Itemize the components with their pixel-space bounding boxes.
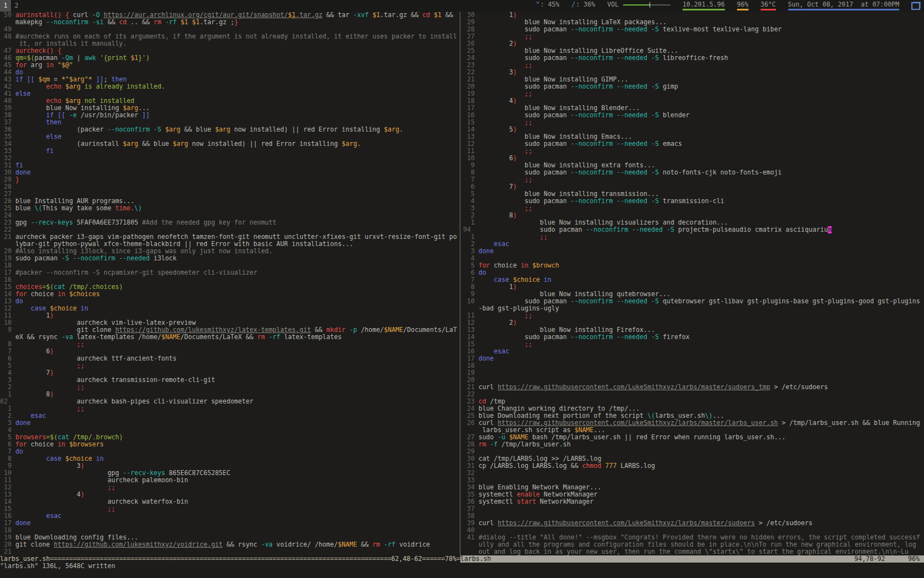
volume-slider[interactable] [623, 4, 670, 6]
code-line[interactable]: 41else [0, 90, 460, 97]
code-line[interactable]: 12 sudo pacman --noconfirm --needed -S e… [463, 140, 924, 148]
code-line[interactable]: 21curl https://raw.githubusercontent.com… [463, 384, 924, 391]
code-line[interactable]: 15 ;; [463, 341, 924, 348]
code-line[interactable]: 30 1) [463, 12, 924, 19]
code-line[interactable]: 40 echo $arg not installed [0, 97, 460, 105]
code-line[interactable]: 16 [0, 276, 460, 283]
code-line[interactable]: 36 (packer --noconfirm -S $arg && blue $… [0, 126, 460, 133]
code-line[interactable]: 21aurcheck packer i3-gaps vim-pathogen n… [0, 233, 460, 241]
code-line[interactable]: 25blue Downloading next portion of the s… [463, 412, 924, 419]
code-line[interactable]: 35systemctl enable NetworkManager [463, 491, 924, 498]
code-line[interactable]: 9 3) [0, 462, 460, 470]
code-line[interactable]: 40 [463, 527, 924, 534]
code-line[interactable]: 22 3) [463, 69, 924, 76]
code-line[interactable]: 18 [463, 362, 924, 369]
code-line[interactable]: 33 fi [0, 148, 460, 155]
code-line[interactable]: 20 [463, 377, 924, 384]
code-line[interactable]: 1 blue Now installing visualizers and de… [463, 219, 924, 226]
code-line[interactable]: 24 [0, 212, 460, 219]
code-line[interactable]: 26blue Installing AUR programs... [0, 198, 460, 205]
code-line[interactable]: 19 ;; [463, 90, 924, 97]
code-line[interactable]: 28 [0, 183, 460, 190]
code-line[interactable]: 23 ;; [463, 62, 924, 69]
code-line[interactable]: 46qm=$(pacman -Qm | awk '{print $1}') [0, 54, 460, 62]
code-line[interactable]: larbs_user.sh script as $NAME... [463, 427, 924, 434]
code-line[interactable]: 4 sudo pacman --noconfirm --needed -S tr… [463, 198, 924, 205]
code-line[interactable]: 10 gpg --recv-keys 865E6C87C65285EC [0, 470, 460, 477]
code-line[interactable]: 7 6) [0, 348, 460, 355]
code-line[interactable]: 30done [0, 169, 460, 176]
code-line[interactable]: 42 echo $arg is already installed. [0, 83, 460, 90]
code-line[interactable]: 1 ;; [463, 233, 924, 241]
code-line[interactable]: 4 [463, 255, 924, 262]
code-line[interactable]: 43if [[ $qm = *"$arg"* ]]; then [0, 76, 460, 83]
code-line[interactable]: 1 ;; [0, 405, 460, 412]
code-line[interactable]: 26curl https://raw.githubusercontent.com… [463, 419, 924, 427]
code-line[interactable]: 14 5) [463, 126, 924, 133]
code-line[interactable]: 15 ;; [0, 505, 460, 512]
code-line-cursor[interactable]: 62 aurcheck bash-pipes cli-visualizer sp… [0, 398, 460, 405]
code-line[interactable]: 3done [463, 248, 924, 255]
workspace-1[interactable]: 1 [0, 0, 11, 12]
code-line[interactable]: 37 [463, 505, 924, 512]
code-line[interactable]: 16 esac [0, 512, 460, 520]
code-line[interactable]: 17done [0, 520, 460, 527]
code-line[interactable]: 2 esac [463, 241, 924, 248]
code-line[interactable]: 20 sudo pacman --noconfirm --needed -S g… [463, 83, 924, 90]
code-line[interactable]: 30cat /tmp/LARBS.log >> /LARBS.log [463, 455, 924, 462]
code-line[interactable]: 25blue \(This may take some time.\) [0, 205, 460, 212]
code-line[interactable]: 50aurinstall() { curl -O https://aur.arc… [0, 12, 460, 19]
code-line[interactable]: 5 ;; [0, 362, 460, 369]
code-line[interactable]: 34 (aurinstall $arg && blue $arg now ins… [0, 140, 460, 148]
code-line[interactable]: 20#Also installing i3lock, since i3-gaps… [0, 248, 460, 255]
code-line[interactable]: 17done [463, 355, 924, 362]
code-line[interactable]: 21 [0, 548, 460, 555]
code-line[interactable]: 6do [463, 269, 924, 276]
code-line[interactable]: 19blue Downloading config files... [0, 534, 460, 541]
code-line[interactable]: 5browsers=$(cat /tmp/.browch) [0, 434, 460, 441]
code-line[interactable]: 24blue Changin working directory to /tmp… [463, 405, 924, 412]
code-line[interactable]: 18 [0, 262, 460, 269]
code-line[interactable]: 18 4) [463, 97, 924, 105]
code-line[interactable]: 2 ;; [0, 384, 460, 391]
code-line[interactable]: 37 then [0, 119, 460, 126]
code-line[interactable]: 28rm -f /tmp/larbs_user.sh [463, 441, 924, 448]
code-line[interactable]: 41#dialog --title "All done!" --msgbox "… [463, 534, 924, 541]
code-line[interactable]: 13 4) [0, 491, 460, 498]
code-line[interactable]: 19sudo pacman -S --noconfirm --needed i3… [0, 255, 460, 262]
code-line[interactable]: 1 8) [0, 391, 460, 398]
code-line[interactable]: 19 [463, 369, 924, 377]
code-line[interactable]: 4 7) [0, 369, 460, 377]
code-line[interactable]: 15 ;; [463, 119, 924, 126]
code-line[interactable]: 16 esac [463, 348, 924, 355]
code-line[interactable]: 9 git clone https://github.com/lukesmith… [0, 326, 460, 334]
code-line[interactable]: 12 case $choice in [0, 305, 460, 312]
code-line[interactable]: 3done [0, 419, 460, 427]
code-line[interactable]: 7do [0, 448, 460, 455]
code-line[interactable]: 4 [0, 427, 460, 434]
code-line[interactable]: 27sudo -u $NAME bash /tmp/larbs_user.sh … [463, 434, 924, 441]
code-line[interactable]: 11 1) [0, 312, 460, 319]
code-line[interactable]: 31fi [0, 162, 460, 169]
code-line[interactable]: 20git clone https://github.com/lukesmith… [0, 541, 460, 548]
code-line[interactable]: 6 7) [463, 183, 924, 190]
vim-right-pane-larbs.sh[interactable]: 30 1)29 blue Now installing LaTeX packag… [460, 12, 924, 555]
code-line[interactable]: 38 if [[ -e /usr/bin/packer ]] [0, 112, 460, 119]
code-line[interactable]: makepkg --noconfirm -si && cd .. && rm -… [0, 19, 460, 26]
code-line[interactable]: 10 aurcheck vim-live-latex-preview [0, 319, 460, 326]
code-line[interactable]: 22 [463, 391, 924, 398]
code-line[interactable]: 7 case $choice in [463, 276, 924, 283]
code-line[interactable]: 14 sudo pacman --noconfirm --needed -S f… [463, 334, 924, 341]
code-line[interactable]: 32 [463, 470, 924, 477]
code-line[interactable]: 29} [0, 176, 460, 183]
code-line[interactable]: 29 [463, 448, 924, 455]
code-line[interactable]: 23cd /tmp [463, 398, 924, 405]
code-line[interactable]: 45for arg in "$@" [0, 62, 460, 69]
code-line[interactable]: 15choices=$(cat /tmp/.choices) [0, 283, 460, 291]
code-line[interactable]: lybar-git python-pywal xfce-theme-blackb… [0, 241, 460, 248]
code-line[interactable]: 9 blue Now installing extra fonts... [463, 162, 924, 169]
code-line[interactable]: 8 ;; [0, 341, 460, 348]
code-line[interactable]: 31cp /LARBS.log LARBS.log && chmod 777 L… [463, 462, 924, 470]
code-line[interactable]: 26 2) [463, 40, 924, 47]
code-line[interactable]: 23gpg --recv-keys 5FAF0A6EE7371805 #Add … [0, 219, 460, 226]
